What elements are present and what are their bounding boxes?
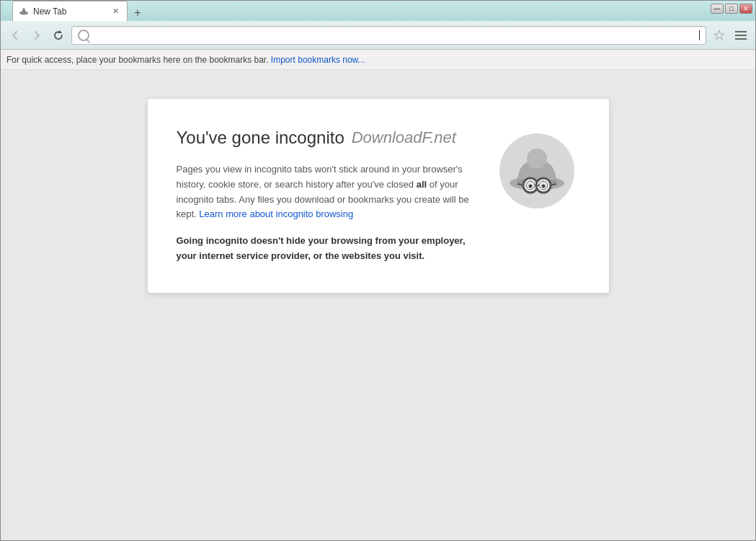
window-controls: — □ ✕ bbox=[711, 4, 752, 14]
title-bar: New Tab ✕ + — □ ✕ bbox=[1, 1, 755, 21]
reload-icon bbox=[53, 30, 64, 41]
incognito-title: You've gone incognito DownloadF.net bbox=[177, 128, 472, 148]
tab-close-button[interactable]: ✕ bbox=[110, 6, 121, 17]
desc-bold: all bbox=[417, 179, 427, 190]
text-cursor bbox=[699, 30, 700, 40]
page-content: You've gone incognito DownloadF.net Page… bbox=[1, 70, 755, 540]
back-button[interactable] bbox=[6, 27, 24, 44]
svg-point-18 bbox=[541, 185, 545, 188]
incognito-warning: Going incognito doesn't hide your browsi… bbox=[177, 234, 472, 264]
star-icon bbox=[713, 29, 726, 42]
back-icon bbox=[10, 30, 20, 40]
tab-bar: New Tab ✕ + bbox=[6, 0, 154, 21]
address-input[interactable] bbox=[92, 30, 699, 40]
tab-favicon bbox=[19, 6, 29, 17]
svg-point-1 bbox=[23, 8, 25, 10]
address-bar[interactable] bbox=[71, 26, 706, 45]
minimize-button[interactable]: — bbox=[711, 4, 724, 14]
search-icon bbox=[78, 30, 89, 41]
incognito-spy-illustration bbox=[494, 128, 580, 214]
incognito-title-text: You've gone incognito bbox=[177, 128, 344, 148]
browser-window: New Tab ✕ + — □ ✕ bbox=[0, 0, 756, 541]
bookmarks-bar: For quick access, place your bookmarks h… bbox=[1, 50, 755, 70]
toolbar bbox=[1, 21, 755, 50]
incognito-description: Pages you view in incognito tabs won't s… bbox=[177, 162, 472, 222]
svg-point-9 bbox=[527, 149, 547, 169]
incognito-card: You've gone incognito DownloadF.net Page… bbox=[148, 99, 609, 293]
incognito-text-section: You've gone incognito DownloadF.net Page… bbox=[177, 128, 472, 264]
spy-svg bbox=[497, 131, 577, 211]
menu-icon bbox=[734, 30, 747, 40]
chrome-menu-button[interactable] bbox=[732, 27, 750, 44]
tab-title: New Tab bbox=[33, 6, 105, 17]
forward-button[interactable] bbox=[28, 27, 45, 44]
maximize-button[interactable]: □ bbox=[725, 4, 738, 14]
svg-point-17 bbox=[528, 185, 532, 188]
learn-more-link[interactable]: Learn more about incognito browsing bbox=[199, 208, 353, 219]
reload-button[interactable] bbox=[50, 27, 67, 44]
forward-icon bbox=[32, 30, 42, 40]
bookmarks-hint-text: For quick access, place your bookmarks h… bbox=[6, 55, 269, 65]
new-tab-button[interactable]: + bbox=[128, 5, 148, 21]
import-bookmarks-link[interactable]: Import bookmarks now... bbox=[271, 55, 365, 65]
active-tab[interactable]: New Tab ✕ bbox=[12, 1, 128, 21]
download-badge: DownloadF.net bbox=[352, 128, 456, 147]
close-button[interactable]: ✕ bbox=[739, 4, 752, 14]
bookmark-star-button[interactable] bbox=[711, 27, 728, 44]
